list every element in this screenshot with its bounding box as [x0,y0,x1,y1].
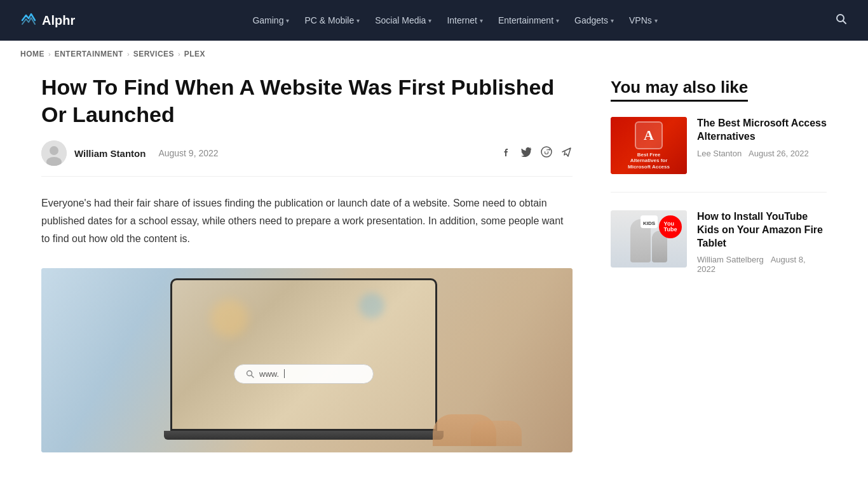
sidebar-card: A Best FreeAlternatives forMicrosoft Acc… [611,117,827,174]
site-logo[interactable]: Alphr [20,12,75,29]
article-meta: William Stanton August 9, 2022 [41,140,573,177]
svg-point-3 [50,146,58,155]
svg-line-12 [252,375,254,377]
breadcrumb: HOME › ENTERTAINMENT › SERVICES › PLEX [0,41,868,67]
article-date: August 9, 2022 [158,148,218,158]
breadcrumb-sep: › [127,50,130,58]
sidebar-card-title[interactable]: How to Install YouTube Kids on Your Amaz… [697,210,827,250]
author-name: William Stanton [74,148,146,159]
svg-line-10 [546,149,549,150]
breadcrumb-home[interactable]: HOME [20,50,44,58]
site-name: Alphr [42,13,75,28]
share-reddit[interactable] [541,146,552,161]
ms-card-inner: A Best FreeAlternatives forMicrosoft Acc… [611,117,687,174]
search-icon [246,370,254,378]
chevron-down-icon: ▾ [428,17,431,24]
sidebar-card-content: How to Install YouTube Kids on Your Amaz… [697,210,827,274]
svg-point-8 [548,151,549,152]
breadcrumb-services[interactable]: SERVICES [133,50,174,58]
nav-social-media[interactable]: Social Media ▾ [369,11,438,29]
social-share-icons [500,146,573,161]
nav-internet[interactable]: Internet ▾ [440,11,489,29]
nav-pc-mobile[interactable]: PC & Mobile ▾ [298,11,366,29]
svg-point-7 [545,151,546,152]
sidebar-card: YouTube KIDS How to Install YouTube Kids… [611,210,827,274]
twitter-icon [520,146,532,158]
svg-line-1 [843,20,846,24]
article: How To Find When A Website Was First Pub… [41,67,573,452]
sidebar: You may also like A Best FreeAlternative… [611,67,827,452]
nav-vpns[interactable]: VPNs ▾ [623,11,664,29]
telegram-icon [561,146,573,158]
sidebar-title: You may also like [611,78,748,102]
facebook-icon [500,146,512,158]
avatar-icon [41,140,67,166]
chevron-down-icon: ▾ [356,17,360,24]
main-nav: Alphr Gaming ▾ PC & Mobile ▾ Social Medi… [0,0,868,41]
article-body: Everyone's had their fair share of issue… [41,194,573,248]
chevron-down-icon: ▾ [286,17,289,24]
nav-links: Gaming ▾ PC & Mobile ▾ Social Media ▾ In… [246,11,663,29]
nav-gaming[interactable]: Gaming ▾ [246,11,295,29]
svg-point-9 [548,149,550,150]
sidebar-card-title[interactable]: The Best Microsoft Access Alternatives [697,117,827,144]
share-facebook[interactable] [500,146,512,161]
sidebar-card-meta: William Sattelberg August 8, 2022 [697,255,827,274]
cursor [284,369,285,378]
sidebar-card-image: A Best FreeAlternatives forMicrosoft Acc… [611,117,687,174]
nav-gadgets[interactable]: Gadgets ▾ [568,11,620,29]
breadcrumb-entertainment[interactable]: ENTERTAINMENT [55,50,123,58]
sidebar-card-meta: Lee Stanton August 26, 2022 [697,149,827,158]
article-title: How To Find When A Website Was First Pub… [41,74,573,128]
breadcrumb-sep: › [178,50,180,58]
yt-card-inner: YouTube KIDS [611,210,687,268]
sidebar-card-image: YouTube KIDS [611,210,687,268]
breadcrumb-current: PLEX [184,50,205,58]
sidebar-card-content: The Best Microsoft Access Alternatives L… [697,117,827,158]
avatar [41,140,67,166]
logo-icon [20,12,37,29]
chevron-down-icon: ▾ [556,17,559,24]
share-twitter[interactable] [520,146,532,161]
sidebar-card-date: August 26, 2022 [749,149,809,158]
divider [611,192,827,193]
article-image: www. [41,268,573,452]
sidebar-card-author: William Sattelberg [697,255,764,264]
share-telegram[interactable] [561,146,573,161]
chevron-down-icon: ▾ [480,17,483,24]
main-container: How To Find When A Website Was First Pub… [21,67,847,452]
search-icon [835,13,848,25]
article-author: William Stanton August 9, 2022 [41,140,219,166]
chevron-down-icon: ▾ [611,17,614,24]
sidebar-card-author: Lee Stanton [697,149,742,158]
reddit-icon [541,146,552,158]
nav-entertainment[interactable]: Entertainment ▾ [492,11,566,29]
chevron-down-icon: ▾ [654,17,658,24]
search-bar-text: www. [259,369,279,379]
breadcrumb-sep: › [48,50,51,58]
svg-point-6 [541,147,552,157]
search-button[interactable] [835,13,848,29]
